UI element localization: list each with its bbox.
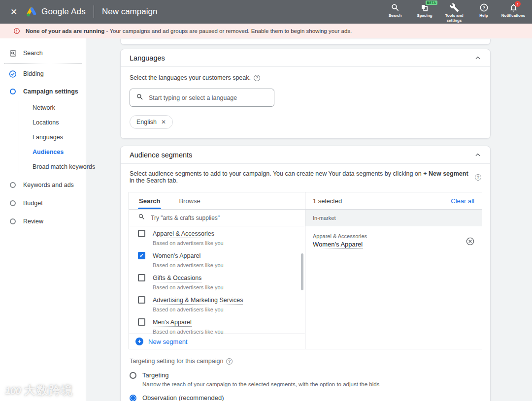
sidebar-item-label: Search bbox=[23, 50, 43, 57]
sidebar-item-locations[interactable]: Locations bbox=[0, 115, 86, 130]
audience-picker-panel: Search Browse Apparel & bbox=[129, 192, 482, 349]
help-circle-icon[interactable]: ? bbox=[475, 174, 481, 181]
languages-instruction-text: Select the languages your customers spea… bbox=[130, 74, 251, 81]
tab-search[interactable]: Search bbox=[139, 192, 160, 209]
segment-search-box[interactable] bbox=[129, 210, 305, 226]
radio-circle-icon bbox=[9, 181, 17, 189]
audience-description: Select audience segments to add to your … bbox=[121, 164, 490, 184]
targeting-heading: Targeting setting for this campaign ? bbox=[130, 358, 481, 365]
selected-segment-row: Apparel & Accessories Women's Apparel bbox=[305, 226, 482, 256]
close-icon[interactable]: ✕ bbox=[7, 7, 21, 17]
picker-left-pane: Search Browse Apparel & bbox=[129, 192, 305, 349]
help-circle-icon[interactable]: ? bbox=[254, 75, 260, 81]
brand-name: Google Ads bbox=[41, 7, 86, 17]
checkbox-unchecked[interactable] bbox=[138, 230, 145, 237]
notifications-action[interactable]: ! Notifications bbox=[499, 0, 527, 18]
sidebar-item-keywords-and-ads[interactable]: Keywords and ads bbox=[0, 181, 86, 189]
error-icon bbox=[13, 28, 20, 34]
sidebar-item-broad-match-keywords[interactable]: Broad match keywords bbox=[0, 159, 86, 174]
languages-card-title: Languages bbox=[130, 54, 165, 62]
checkbox-checked[interactable]: ✓ bbox=[138, 252, 145, 259]
radio-circle-icon bbox=[9, 217, 17, 225]
radio-circle-icon bbox=[9, 88, 17, 95]
audience-card-header: Audience segments bbox=[121, 146, 490, 164]
sidebar-item-search[interactable]: Search bbox=[0, 49, 86, 57]
targeting-option-label: Targeting bbox=[142, 371, 379, 379]
campaign-settings-subnav: Network Locations Languages Audiences Br… bbox=[0, 100, 86, 174]
sidebar: Search Bidding Campaign settings Network… bbox=[0, 38, 86, 401]
clear-all-link[interactable]: Clear all bbox=[451, 197, 474, 205]
segment-subtext: Based on advertisers like you bbox=[153, 240, 224, 246]
sidebar-item-label: Bidding bbox=[23, 70, 44, 77]
help-circle-icon[interactable]: ? bbox=[226, 358, 233, 365]
segment-search-input[interactable] bbox=[151, 215, 305, 221]
list-scrollbar[interactable] bbox=[301, 253, 303, 290]
desc-bold: + New segment bbox=[423, 170, 468, 177]
targeting-option[interactable]: Targeting Narrow the reach of your campa… bbox=[130, 371, 481, 387]
checkbox-unchecked[interactable] bbox=[138, 296, 145, 304]
sidebar-item-budget[interactable]: Budget bbox=[0, 199, 86, 207]
targeting-option-desc: Narrow the reach of your campaign to the… bbox=[142, 381, 379, 387]
help-action[interactable]: ? Help bbox=[470, 0, 498, 18]
languages-card-body: Select the languages your customers spea… bbox=[121, 67, 490, 138]
spacing-action[interactable]: BETA Spacing bbox=[411, 0, 438, 18]
checkbox-unchecked[interactable] bbox=[138, 318, 145, 326]
alert-text-rest: - Your campaigns and ad groups are pause… bbox=[104, 28, 352, 34]
radio-circle-icon bbox=[9, 199, 17, 207]
remove-segment-icon[interactable] bbox=[466, 237, 475, 246]
tab-browse[interactable]: Browse bbox=[179, 192, 200, 209]
sidebar-item-audiences[interactable]: Audiences bbox=[0, 145, 86, 159]
audience-segments-card: Audience segments Select audience segmen… bbox=[120, 146, 491, 401]
new-segment-label: New segment bbox=[148, 338, 187, 345]
observation-option-label: Observation (recommended) bbox=[142, 394, 395, 401]
topbar: ✕ Google Ads New campaign Search BETA bbox=[0, 0, 532, 24]
language-search-box[interactable] bbox=[130, 89, 274, 107]
radio-unselected[interactable] bbox=[130, 372, 136, 379]
svg-text:?: ? bbox=[482, 5, 485, 10]
desc-post: in the Search tab. bbox=[130, 177, 178, 184]
selected-segment-name: Women's Apparel bbox=[313, 241, 363, 249]
language-chip-english[interactable]: English ✕ bbox=[130, 115, 173, 129]
segment-row[interactable]: Advertising & Marketing ServicesBased on… bbox=[129, 293, 305, 315]
languages-card: Languages Select the languages your cust… bbox=[120, 49, 491, 139]
new-segment-button[interactable]: + New segment bbox=[129, 334, 305, 349]
segment-subtext: Based on advertisers like you bbox=[153, 329, 224, 334]
chip-remove-icon[interactable]: ✕ bbox=[161, 119, 166, 125]
chevron-up-icon[interactable] bbox=[474, 55, 481, 62]
segment-row[interactable]: Apparel & AccessoriesBased on advertiser… bbox=[129, 226, 305, 248]
segment-row[interactable]: Men's ApparelBased on advertisers like y… bbox=[129, 315, 305, 334]
google-ads-logo-icon bbox=[26, 6, 37, 18]
google-ads-app: ✕ Google Ads New campaign Search BETA bbox=[0, 0, 532, 401]
observation-option[interactable]: Observation (recommended) Don't narrow t… bbox=[130, 394, 481, 401]
segment-subtext: Based on advertisers like you bbox=[153, 284, 224, 290]
sidebar-divider bbox=[4, 63, 82, 64]
sidebar-item-campaign-settings[interactable]: Campaign settings bbox=[0, 88, 86, 95]
targeting-section: Targeting setting for this campaign ? Ta… bbox=[121, 349, 490, 401]
sidebar-item-network[interactable]: Network bbox=[0, 100, 86, 115]
selected-count: 1 selected bbox=[313, 197, 342, 205]
beta-badge: BETA bbox=[426, 0, 437, 5]
sidebar-item-review[interactable]: Review bbox=[0, 217, 86, 225]
checkbox-unchecked[interactable] bbox=[138, 274, 145, 281]
sidebar-item-languages[interactable]: Languages bbox=[0, 130, 86, 145]
previous-card-edge bbox=[120, 39, 491, 45]
sidebar-item-bidding[interactable]: Bidding bbox=[0, 70, 86, 78]
radio-selected[interactable] bbox=[130, 395, 136, 401]
segment-row[interactable]: Gifts & OccasionsBased on advertisers li… bbox=[129, 271, 305, 293]
tools-action[interactable]: Tools and settings bbox=[440, 0, 468, 23]
spacing-action-label: Spacing bbox=[417, 13, 432, 18]
tools-action-label: Tools and settings bbox=[440, 13, 468, 23]
search-icon bbox=[136, 93, 144, 103]
selected-segment-category: Apparel & Accessories bbox=[313, 233, 367, 239]
segment-row[interactable]: ✓ Women's ApparelBased on advertisers li… bbox=[129, 248, 305, 271]
language-search-input[interactable] bbox=[149, 94, 268, 101]
desc-pre: Select audience segments to add to your … bbox=[130, 170, 423, 177]
search-action[interactable]: Search bbox=[381, 0, 409, 18]
selected-group-label: In-market bbox=[305, 210, 482, 226]
selection-header: 1 selected Clear all bbox=[305, 192, 482, 210]
check-circle-icon bbox=[9, 70, 17, 78]
segment-name: Advertising & Marketing Services bbox=[153, 297, 243, 305]
segment-name: Men's Apparel bbox=[153, 319, 192, 327]
languages-instruction: Select the languages your customers spea… bbox=[130, 74, 481, 81]
chevron-up-icon[interactable] bbox=[474, 152, 481, 158]
